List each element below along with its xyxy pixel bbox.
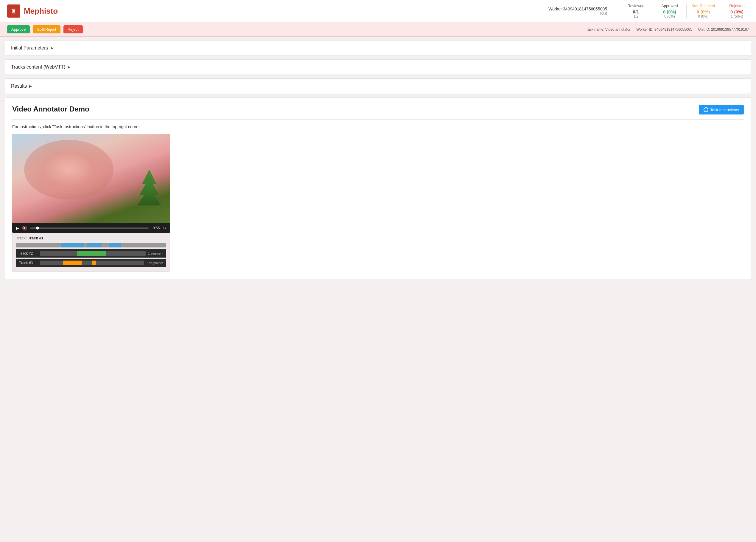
track3-timeline bbox=[40, 260, 144, 265]
action-meta: Task name: Video annotator Worker ID: 34… bbox=[586, 27, 749, 32]
approve-button[interactable]: Approve bbox=[7, 25, 30, 33]
reviewed-value: 0/1 bbox=[624, 9, 648, 14]
track1-segment-2 bbox=[87, 243, 102, 247]
action-bar: Approve Soft-Reject Reject Task name: Vi… bbox=[0, 22, 756, 37]
reviewed-sub: 1/2 bbox=[624, 14, 648, 18]
track2-timeline bbox=[40, 251, 146, 256]
track-label-key: Track: bbox=[16, 236, 27, 240]
task-instructions-button[interactable]: i Task Instructions bbox=[699, 105, 744, 114]
initial-params-label: Initial Parameters bbox=[11, 45, 48, 51]
stat-divider bbox=[619, 4, 619, 18]
results-arrow: ▶ bbox=[29, 84, 32, 88]
logo-area: ♜ Mephisto bbox=[7, 4, 58, 18]
reject-button[interactable]: Reject bbox=[63, 25, 83, 33]
track-area: Track: Track #1 Track #2 1 segment Track… bbox=[12, 233, 170, 272]
stat-divider-3 bbox=[686, 4, 687, 18]
track1-timeline bbox=[16, 243, 166, 247]
track2-seg-count: 1 segment bbox=[148, 251, 163, 255]
video-frame bbox=[12, 134, 170, 223]
tracks-content-label: Tracks content (WebVTT) bbox=[11, 64, 65, 70]
content-title: Video Annotator Demo bbox=[12, 105, 744, 113]
svg-text:♜: ♜ bbox=[11, 7, 17, 15]
track2-row: Track #2 1 segment bbox=[16, 249, 166, 257]
track3-row: Track #3 2 segments bbox=[16, 259, 166, 267]
volume-button[interactable]: 🔇 bbox=[22, 226, 27, 230]
initial-params-header[interactable]: Initial Parameters ▶ bbox=[5, 41, 751, 55]
unit-id-label: Unit ID: 2019991365777019167 bbox=[698, 27, 749, 32]
track3-label: Track #3 bbox=[19, 261, 40, 265]
worker-info: Worker 3409491814756055005 Total bbox=[548, 7, 607, 15]
progress-bar[interactable] bbox=[30, 227, 149, 229]
track1-label-row: Track: Track #1 bbox=[16, 236, 166, 240]
tracks-content-header[interactable]: Tracks content (WebVTT) ▶ bbox=[5, 60, 751, 74]
track3-seg-count: 2 segments bbox=[146, 261, 163, 265]
time-display: -9:55 bbox=[152, 226, 160, 230]
results-section: Results ▶ bbox=[5, 78, 751, 94]
tracks-content-arrow: ▶ bbox=[68, 65, 70, 69]
track2-label: Track #2 bbox=[19, 251, 40, 255]
tracks-content-section: Tracks content (WebVTT) ▶ bbox=[5, 59, 751, 75]
header: ♜ Mephisto Worker 3409491814756055005 To… bbox=[0, 0, 756, 22]
approved-sub: 0 (0%) bbox=[658, 14, 682, 18]
soft-rejected-value: 0 (0%) bbox=[691, 9, 715, 14]
track1-label-val: Track #1 bbox=[28, 236, 43, 240]
rejected-value: 0 (0%) bbox=[725, 9, 749, 14]
stat-soft-rejected: Soft-Rejected 0 (0%) 0 (0%) bbox=[691, 4, 715, 18]
worker-id-label: Worker ID: 3409491814756055005 bbox=[637, 27, 692, 32]
mephisto-logo-icon: ♜ bbox=[7, 4, 20, 18]
stat-divider-4 bbox=[720, 4, 720, 18]
results-header[interactable]: Results ▶ bbox=[5, 79, 751, 94]
stat-reviewed: Reviewed 0/1 1/2 bbox=[624, 4, 648, 18]
task-name-label: Task name: Video annotator bbox=[586, 27, 630, 32]
logo-text: Mephisto bbox=[24, 7, 58, 16]
progress-knob bbox=[36, 226, 39, 229]
approved-value: 0 (0%) bbox=[658, 9, 682, 14]
soft-rejected-label: Soft-Rejected bbox=[691, 4, 715, 8]
track1-segment-1 bbox=[61, 243, 84, 247]
stat-rejected: Rejected 0 (0%) 1 (50%) bbox=[725, 4, 749, 18]
info-icon: i bbox=[704, 107, 708, 112]
track2-segment bbox=[77, 251, 106, 256]
stat-divider-2 bbox=[653, 4, 653, 18]
instructions-text: For instructions, click "Task Instructio… bbox=[12, 124, 744, 129]
task-instructions-label: Task Instructions bbox=[710, 108, 739, 112]
video-controls: ▶ 🔇 -9:55 1x bbox=[12, 223, 170, 233]
rejected-label: Rejected bbox=[725, 4, 749, 8]
results-label: Results bbox=[11, 83, 27, 89]
soft-rejected-sub: 0 (0%) bbox=[691, 14, 715, 18]
soft-reject-button[interactable]: Soft-Reject bbox=[33, 25, 60, 33]
worker-id: Worker 3409491814756055005 bbox=[548, 7, 607, 11]
speed-display: 1x bbox=[163, 226, 167, 230]
worker-total: Total bbox=[548, 11, 607, 15]
track3-segment-2 bbox=[92, 260, 96, 265]
initial-params-arrow: ▶ bbox=[51, 46, 53, 50]
rejected-sub: 1 (50%) bbox=[725, 14, 749, 18]
initial-params-section: Initial Parameters ▶ bbox=[5, 40, 751, 56]
main-content: Video Annotator Demo i Task Instructions… bbox=[5, 97, 751, 279]
stat-approved: Approved 0 (0%) 0 (0%) bbox=[658, 4, 682, 18]
approved-label: Approved bbox=[658, 4, 682, 8]
track3-segment-1 bbox=[63, 260, 82, 265]
video-container: ▶ 🔇 -9:55 1x bbox=[12, 134, 170, 233]
play-button[interactable]: ▶ bbox=[16, 226, 19, 230]
reviewed-label: Reviewed bbox=[624, 4, 648, 8]
track1-segment-3 bbox=[109, 243, 121, 247]
header-stats: Worker 3409491814756055005 Total Reviewe… bbox=[548, 4, 749, 18]
